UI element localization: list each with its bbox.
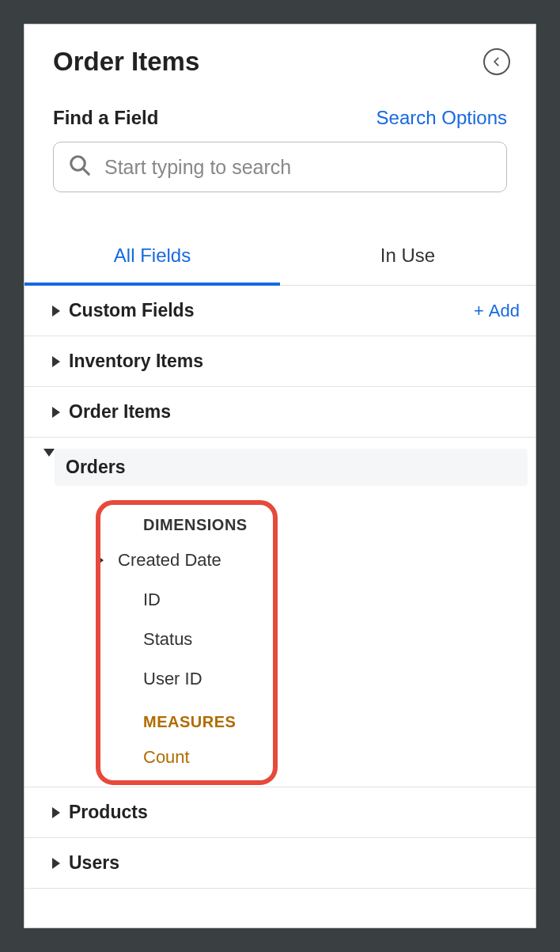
add-custom-field-link[interactable]: + Add (474, 301, 520, 321)
caret-right-icon (44, 407, 69, 418)
field-status[interactable]: Status (25, 620, 535, 659)
dimensions-header: DIMENSIONS (25, 502, 535, 540)
field-count[interactable]: Count (25, 738, 535, 777)
field-label: ID (143, 590, 161, 610)
field-label: User ID (143, 669, 202, 689)
tabs: All Fields In Use (25, 232, 535, 286)
plus-icon: + (474, 301, 484, 321)
section-label: Users (69, 852, 520, 874)
caret-down-icon (44, 457, 55, 478)
section-users[interactable]: Users (25, 838, 535, 889)
field-id[interactable]: ID (25, 580, 535, 620)
section-orders[interactable]: Orders (25, 438, 535, 497)
caret-right-icon (44, 807, 69, 818)
orders-content: DIMENSIONS Created Date ID Status User I… (25, 497, 535, 787)
section-products[interactable]: Products (25, 787, 535, 838)
tab-in-use[interactable]: In Use (280, 232, 535, 285)
field-label: Status (143, 629, 192, 650)
section-inventory-items[interactable]: Inventory Items (25, 336, 535, 387)
panel-title: Order Items (53, 47, 199, 77)
section-custom-fields[interactable]: Custom Fields + Add (25, 286, 535, 336)
section-label: Custom Fields (69, 300, 474, 321)
measures-header: MEASURES (25, 699, 535, 738)
field-picker-panel: Order Items Find a Field Search Options … (24, 24, 536, 928)
add-label: Add (489, 301, 520, 321)
section-label: Orders (55, 449, 528, 486)
section-label: Products (69, 802, 520, 823)
section-order-items[interactable]: Order Items (25, 387, 535, 438)
caret-right-icon (91, 556, 110, 565)
collapse-button[interactable] (483, 48, 510, 75)
caret-right-icon (44, 356, 69, 367)
svg-line-1 (83, 169, 89, 175)
tab-all-fields[interactable]: All Fields (25, 232, 280, 286)
section-label: Inventory Items (69, 351, 520, 372)
search-icon (68, 154, 92, 180)
caret-right-icon (44, 305, 69, 317)
search-section: Find a Field Search Options (25, 85, 535, 192)
section-label: Order Items (69, 401, 520, 423)
field-user-id[interactable]: User ID (25, 659, 535, 699)
search-box[interactable] (53, 142, 507, 192)
field-created-date[interactable]: Created Date (25, 540, 535, 580)
caret-right-icon (44, 858, 69, 869)
panel-header: Order Items (25, 25, 535, 85)
search-input[interactable] (104, 156, 492, 179)
search-label: Find a Field (53, 107, 158, 129)
field-label: Count (143, 747, 190, 768)
field-label: Created Date (118, 550, 221, 571)
search-label-row: Find a Field Search Options (53, 107, 507, 129)
chevron-left-icon (491, 56, 502, 67)
search-options-link[interactable]: Search Options (376, 107, 507, 129)
